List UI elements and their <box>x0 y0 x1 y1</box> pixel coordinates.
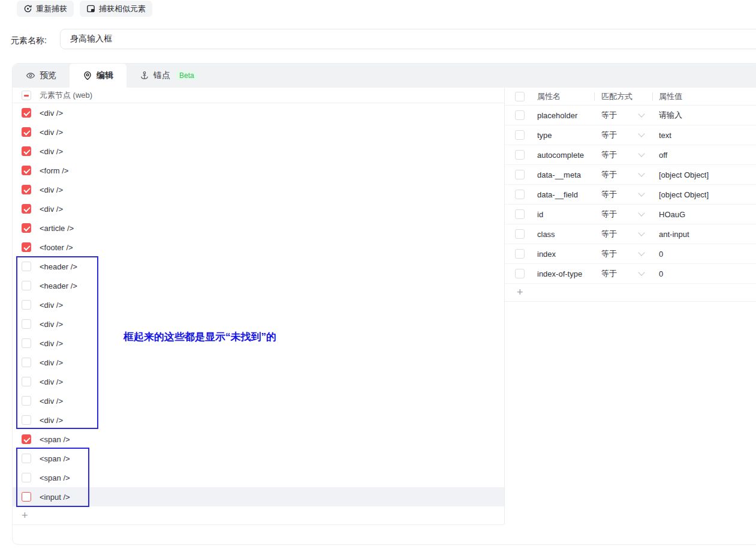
attr-value: off <box>659 151 756 160</box>
node-checkbox[interactable] <box>22 454 31 463</box>
tree-node-row[interactable]: <span /> <box>13 468 504 487</box>
tab-anchor[interactable]: 锚点 Beta <box>126 64 211 88</box>
node-checkbox[interactable] <box>22 242 31 252</box>
node-tag-label: <footer /> <box>40 243 73 252</box>
node-checkbox[interactable] <box>22 223 31 233</box>
recapture-button[interactable]: 重新捕获 <box>17 1 74 17</box>
tree-node-row[interactable]: <div /> <box>13 142 504 161</box>
node-tag-label: <div /> <box>40 128 63 137</box>
tree-node-row[interactable]: <header /> <box>13 257 504 276</box>
node-checkbox[interactable] <box>22 492 31 502</box>
attr-name: data-__field <box>537 190 601 199</box>
column-match-method: 匹配方式 <box>601 91 639 102</box>
match-method-select[interactable]: 等于 <box>601 209 639 220</box>
element-name-input[interactable] <box>60 29 756 49</box>
tree-node-row[interactable]: <div /> <box>13 314 504 334</box>
attr-row-checkbox[interactable] <box>515 170 525 179</box>
node-checkbox[interactable] <box>22 377 31 386</box>
chevron-down-icon[interactable] <box>639 272 659 275</box>
tree-node-row[interactable]: <div /> <box>13 334 504 353</box>
node-checkbox[interactable] <box>22 319 31 329</box>
tree-node-row[interactable]: <form /> <box>13 161 504 180</box>
node-tag-label: <div /> <box>40 147 63 156</box>
node-checkbox[interactable] <box>22 166 31 175</box>
attr-row-checkbox[interactable] <box>515 190 525 199</box>
attr-row-checkbox[interactable] <box>515 249 525 259</box>
tree-node-row[interactable]: <header /> <box>13 276 504 295</box>
chevron-down-icon[interactable] <box>639 134 659 136</box>
node-checkbox[interactable] <box>22 338 31 348</box>
attr-row-checkbox[interactable] <box>515 130 525 140</box>
attr-select-all-checkbox[interactable] <box>515 92 525 101</box>
node-checkbox[interactable] <box>22 127 31 137</box>
column-attr-name: 属性名 <box>537 91 601 102</box>
chevron-down-icon[interactable] <box>639 114 659 116</box>
node-tag-label: <span /> <box>40 454 70 463</box>
node-checkbox[interactable] <box>22 146 31 156</box>
tree-node-row[interactable]: <div /> <box>13 295 504 314</box>
tree-node-row[interactable]: <div /> <box>13 372 504 391</box>
attr-row-checkbox[interactable] <box>515 229 525 239</box>
tab-preview[interactable]: 预览 <box>13 64 70 88</box>
chevron-down-icon[interactable] <box>639 213 659 215</box>
tree-node-row[interactable]: <div /> <box>13 103 504 122</box>
tree-node-row[interactable]: <div /> <box>13 410 504 430</box>
attribute-table: 属性名 匹配方式 属性值 placeholder 等于 请输入 type 等于 … <box>504 88 756 524</box>
node-checkbox[interactable] <box>22 473 31 482</box>
match-method-select[interactable]: 等于 <box>601 169 639 180</box>
chevron-down-icon[interactable] <box>639 233 659 235</box>
node-tag-label: <div /> <box>40 377 63 386</box>
tree-node-row[interactable]: <div /> <box>13 199 504 218</box>
attribute-row: autocomplete 等于 off <box>505 145 756 165</box>
tree-node-row[interactable]: <div /> <box>13 122 504 142</box>
attr-row-checkbox[interactable] <box>515 269 525 278</box>
match-method-select[interactable]: 等于 <box>601 248 639 259</box>
tree-node-row[interactable]: <article /> <box>13 218 504 238</box>
attr-row-checkbox[interactable] <box>515 110 525 120</box>
node-checkbox[interactable] <box>22 262 31 271</box>
attribute-rows: placeholder 等于 请输入 type 等于 text autocomp… <box>505 106 756 284</box>
tree-node-row[interactable]: <footer /> <box>13 238 504 257</box>
node-checkbox[interactable] <box>22 185 31 194</box>
node-checkbox[interactable] <box>22 281 31 290</box>
add-attribute-button[interactable]: + <box>505 284 756 302</box>
tree-node-row[interactable]: <div /> <box>13 353 504 372</box>
tree-node-row[interactable]: <div /> <box>13 391 504 410</box>
attr-row-checkbox[interactable] <box>515 209 525 219</box>
select-all-checkbox[interactable] <box>22 91 31 100</box>
node-checkbox[interactable] <box>22 300 31 310</box>
chevron-down-icon[interactable] <box>639 193 659 196</box>
node-tag-label: <input /> <box>40 493 70 502</box>
tab-edit[interactable]: 编辑 <box>70 64 126 88</box>
capture-similar-button[interactable]: 捕获相似元素 <box>80 1 152 17</box>
attr-name: autocomplete <box>537 151 601 160</box>
attr-name: class <box>537 230 601 239</box>
node-checkbox[interactable] <box>22 396 31 406</box>
tree-node-row[interactable]: <div /> <box>13 180 504 199</box>
tree-node-row[interactable]: <span /> <box>13 430 504 449</box>
attr-row-checkbox[interactable] <box>515 150 525 160</box>
node-checkbox[interactable] <box>22 415 31 425</box>
chevron-down-icon[interactable] <box>639 253 659 255</box>
match-method-select[interactable]: 等于 <box>601 110 639 121</box>
node-checkbox[interactable] <box>22 108 31 118</box>
chevron-down-icon[interactable] <box>639 154 659 156</box>
node-tag-label: <div /> <box>40 358 63 367</box>
location-pin-icon <box>83 71 92 80</box>
add-node-button[interactable]: + <box>13 506 504 525</box>
tree-node-row[interactable]: <input /> <box>13 487 504 506</box>
column-divider <box>594 92 595 101</box>
match-method-select[interactable]: 等于 <box>601 149 639 160</box>
match-method-select[interactable]: 等于 <box>601 189 639 200</box>
attr-name: index-of-type <box>537 269 601 278</box>
node-checkbox[interactable] <box>22 434 31 444</box>
match-method-select[interactable]: 等于 <box>601 229 639 239</box>
chevron-down-icon[interactable] <box>639 173 659 176</box>
tree-node-row[interactable]: <span /> <box>13 449 504 468</box>
attribute-row: data-__field 等于 [object Object] <box>505 185 756 205</box>
match-method-select[interactable]: 等于 <box>601 130 639 140</box>
match-method-select[interactable]: 等于 <box>601 268 639 279</box>
attr-value: [object Object] <box>659 170 756 179</box>
node-checkbox[interactable] <box>22 358 31 367</box>
node-checkbox[interactable] <box>22 204 31 214</box>
